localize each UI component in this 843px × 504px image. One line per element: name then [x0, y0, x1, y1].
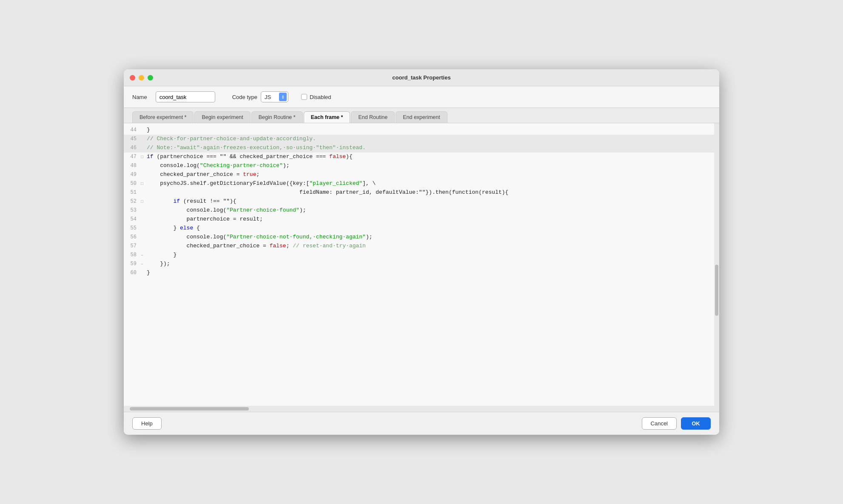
help-button[interactable]: Help — [132, 417, 162, 430]
code-line: 59 – }); — [124, 260, 719, 269]
h-scroll-thumb[interactable] — [130, 407, 249, 411]
code-line: 51 fieldName: partner_id, defaultValue:"… — [124, 188, 719, 197]
titlebar: coord_task Properties — [124, 69, 719, 86]
window-title: coord_task Properties — [392, 74, 450, 81]
code-type-select[interactable]: JS Py Both — [261, 91, 288, 102]
code-line: 47 □ if (partnerchoice === "" && checked… — [124, 153, 719, 161]
fold-icon[interactable]: □ — [141, 198, 147, 205]
bottom-bar: Help Cancel OK — [124, 412, 719, 435]
editor-area: 44 } 45 // Check·for·partner·choice·and·… — [124, 123, 719, 412]
code-line: 53 console.log("Partner·choice·found"); — [124, 206, 719, 215]
code-line: 57 checked_partner_choice = false; // re… — [124, 242, 719, 251]
horizontal-scroll — [124, 406, 719, 412]
code-line: 58 – } — [124, 251, 719, 260]
code-line: 49 checked_partner_choice = true; — [124, 170, 719, 179]
code-line: 44 } — [124, 126, 719, 135]
code-type-label: Code type — [232, 94, 257, 100]
minimize-button[interactable] — [139, 75, 144, 80]
code-line: 55 } else { — [124, 224, 719, 233]
disabled-section: Disabled — [301, 94, 331, 100]
fold-icon[interactable]: □ — [141, 181, 147, 187]
tabs-bar: Before experiment * Begin experiment Beg… — [124, 108, 719, 123]
code-line: 50 □ psychoJS.shelf.getDictionaryFieldVa… — [124, 179, 719, 188]
name-input[interactable] — [156, 91, 215, 102]
code-type-section: Code type JS Py Both ⇕ — [232, 91, 288, 102]
code-line: 60 } — [124, 269, 719, 277]
code-lines: 44 } 45 // Check·for·partner·choice·and·… — [124, 123, 719, 280]
main-window: coord_task Properties Name Code type JS … — [124, 69, 719, 435]
disabled-checkbox[interactable] — [301, 94, 307, 100]
tab-begin-routine[interactable]: Begin Routine * — [251, 111, 303, 123]
fold-icon[interactable]: □ — [141, 154, 147, 161]
tab-end-experiment[interactable]: End experiment — [396, 111, 447, 123]
toolbar: Name Code type JS Py Both ⇕ Disabled — [124, 86, 719, 108]
ok-button[interactable]: OK — [681, 417, 711, 430]
maximize-button[interactable] — [148, 75, 153, 80]
code-line: 52 □ if (result !== ""){ — [124, 197, 719, 206]
tab-end-routine[interactable]: End Routine — [351, 111, 395, 123]
code-type-wrapper: JS Py Both ⇕ — [261, 91, 288, 102]
code-line: 54 partnerchoice = result; — [124, 215, 719, 224]
cancel-button[interactable]: Cancel — [642, 417, 677, 430]
code-editor[interactable]: 44 } 45 // Check·for·partner·choice·and·… — [124, 123, 719, 406]
code-line: 48 console.log("Checking·partner·choice"… — [124, 161, 719, 170]
scrollbar-thumb[interactable] — [715, 265, 718, 316]
tab-each-frame[interactable]: Each frame * — [304, 111, 350, 123]
window-controls — [130, 75, 153, 80]
tab-begin-experiment[interactable]: Begin experiment — [194, 111, 250, 123]
fold-icon[interactable] — [141, 127, 147, 134]
code-line: 56 console.log("Partner·choice·not·found… — [124, 233, 719, 242]
scrollbar-track — [714, 123, 719, 406]
code-line: 45 // Check·for·partner·choice·and·updat… — [124, 135, 719, 144]
close-button[interactable] — [130, 75, 135, 80]
code-line: 46 // Note:·"await"·again·freezes·execut… — [124, 144, 719, 153]
name-label: Name — [132, 94, 147, 100]
tab-before-experiment[interactable]: Before experiment * — [132, 111, 194, 123]
disabled-label: Disabled — [310, 94, 331, 100]
